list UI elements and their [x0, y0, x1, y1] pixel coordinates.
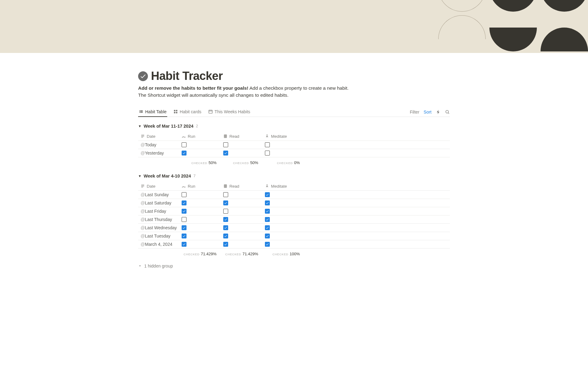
- checkbox[interactable]: [265, 142, 270, 147]
- checkbox[interactable]: [265, 225, 270, 230]
- checkbox[interactable]: [223, 242, 228, 247]
- checkbox[interactable]: [223, 192, 228, 197]
- checkbox[interactable]: [182, 200, 187, 205]
- date-cell: @Last Tuesday: [138, 234, 182, 238]
- summary-run-value: 50%: [209, 160, 217, 165]
- svg-rect-1: [176, 110, 177, 111]
- tab-habit-cards[interactable]: Habit cards: [173, 107, 202, 117]
- sort-button[interactable]: Sort: [424, 110, 432, 114]
- summary-row: CHECKED50% CHECKED50% CHECKED0%: [138, 157, 450, 167]
- checkbox[interactable]: [223, 225, 228, 230]
- description-rest: Add a checkbox property to create a new …: [248, 85, 349, 91]
- table-row[interactable]: @Last Wednesday: [138, 224, 450, 232]
- checkbox[interactable]: [223, 151, 228, 155]
- description-bold: Add or remove the habits to better fit y…: [138, 85, 248, 91]
- search-icon[interactable]: [445, 110, 450, 114]
- checkbox[interactable]: [223, 234, 228, 238]
- description-line2: The Shortcut widget will automatically s…: [138, 92, 288, 98]
- checkbox[interactable]: [265, 151, 270, 155]
- collapse-arrow-icon: ▼: [138, 174, 141, 178]
- summary-label: CHECKED: [277, 161, 293, 165]
- read-icon: [223, 134, 228, 138]
- svg-rect-3: [176, 112, 177, 113]
- date-cell: @Last Saturday: [138, 200, 182, 205]
- group-count: 7: [193, 174, 195, 178]
- summary-label: CHECKED: [191, 161, 207, 165]
- table-row[interactable]: @Yesterday: [138, 149, 450, 157]
- table-row[interactable]: @Last Tuesday: [138, 232, 450, 240]
- table-row[interactable]: @Last Sunday: [138, 191, 450, 199]
- run-icon: [182, 134, 186, 138]
- group-title: Week of Mar 11-17 2024: [144, 124, 194, 129]
- filter-button[interactable]: Filter: [410, 110, 419, 114]
- column-read-label: Read: [229, 184, 239, 189]
- tab-label: This Weeks Habits: [215, 109, 250, 114]
- checkbox[interactable]: [182, 192, 187, 197]
- table-row[interactable]: @Last Friday: [138, 207, 450, 215]
- table-row[interactable]: @Last Saturday: [138, 199, 450, 207]
- collapse-arrow-icon: ▼: [138, 124, 141, 128]
- checkbox[interactable]: [265, 234, 270, 238]
- meditate-icon: [265, 184, 269, 188]
- tab-label: Habit Table: [145, 109, 167, 114]
- summary-read-value: 71.429%: [243, 252, 258, 256]
- checkbox[interactable]: [223, 142, 228, 147]
- date-cell: @March 4, 2024: [138, 242, 182, 247]
- table-row[interactable]: @Last Thursday: [138, 215, 450, 224]
- hidden-group-toggle[interactable]: 1 hidden group: [138, 264, 450, 268]
- checkbox[interactable]: [182, 242, 187, 247]
- checkbox[interactable]: [223, 217, 228, 222]
- checkbox[interactable]: [182, 151, 187, 155]
- date-cell: @Last Sunday: [138, 192, 182, 197]
- svg-rect-6: [224, 135, 227, 138]
- checkbox[interactable]: [182, 142, 187, 147]
- checkbox[interactable]: [182, 234, 187, 238]
- checkbox[interactable]: [265, 192, 270, 197]
- checkbox[interactable]: [223, 209, 228, 214]
- svg-rect-0: [174, 110, 175, 111]
- table-row[interactable]: @March 4, 2024: [138, 240, 450, 249]
- view-tabs: Habit Table Habit cards This Weeks Habit…: [138, 107, 251, 117]
- column-meditate-label: Meditate: [271, 184, 287, 189]
- tab-habit-table[interactable]: Habit Table: [138, 107, 167, 117]
- column-meditate-label: Meditate: [271, 134, 287, 139]
- checkbox[interactable]: [265, 217, 270, 222]
- svg-point-9: [267, 184, 268, 185]
- summary-label: CHECKED: [233, 161, 249, 165]
- summary-row: CHECKED71.429% CHECKED71.429% CHECKED100…: [138, 249, 450, 258]
- summary-label: CHECKED: [184, 253, 200, 256]
- checkbox[interactable]: [265, 242, 270, 247]
- checkbox[interactable]: [265, 209, 270, 214]
- group-header[interactable]: ▼ Week of Mar 11-17 2024 2: [138, 122, 450, 132]
- svg-rect-8: [224, 185, 227, 188]
- group-count: 2: [196, 124, 198, 128]
- column-run-label: Run: [188, 134, 195, 139]
- table-row[interactable]: @Today: [138, 141, 450, 149]
- text-icon: [141, 184, 145, 188]
- group-title: Week of Mar 4-10 2024: [144, 174, 191, 178]
- page-description: Add or remove the habits to better fit y…: [138, 84, 450, 99]
- checkbox[interactable]: [182, 209, 187, 214]
- svg-point-7: [267, 134, 268, 135]
- hidden-group-label: 1 hidden group: [144, 264, 173, 268]
- svg-rect-2: [174, 112, 175, 113]
- summary-meditate-value: 0%: [294, 160, 300, 165]
- gallery-icon: [173, 109, 178, 114]
- lightning-icon[interactable]: [436, 110, 441, 114]
- read-icon: [223, 184, 228, 188]
- tab-this-weeks-habits[interactable]: This Weeks Habits: [208, 107, 251, 117]
- svg-point-5: [446, 110, 449, 113]
- svg-rect-4: [209, 110, 212, 113]
- summary-run-value: 71.429%: [201, 252, 217, 256]
- checkbox[interactable]: [265, 200, 270, 205]
- date-cell: @Last Thursday: [138, 217, 182, 222]
- table-header: Date Run Read Meditate: [138, 132, 450, 141]
- checkbox[interactable]: [182, 225, 187, 230]
- summary-label: CHECKED: [273, 253, 288, 256]
- summary-label: CHECKED: [225, 253, 241, 256]
- text-icon: [141, 134, 145, 138]
- checkbox[interactable]: [223, 200, 228, 205]
- table-header: Date Run Read Meditate: [138, 182, 450, 191]
- group-header[interactable]: ▼ Week of Mar 4-10 2024 7: [138, 172, 450, 182]
- checkbox[interactable]: [182, 217, 187, 222]
